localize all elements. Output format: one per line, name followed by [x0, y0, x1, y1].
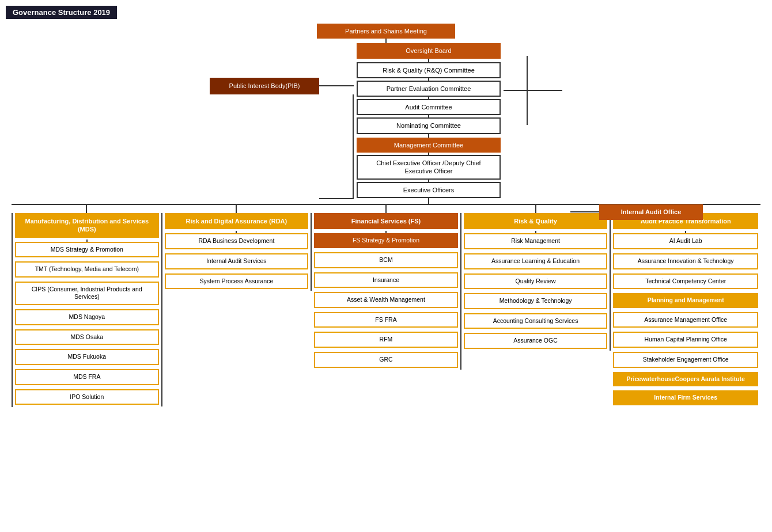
fs-item-5: RFM [314, 332, 458, 348]
mds-item-1: TMT (Technology, Media and Telecom) [15, 261, 159, 278]
mds-item-7: IPO Solution [15, 389, 159, 405]
nominating-committee-box: Nominating Committee [357, 117, 501, 134]
mds-item-4: MDS Osaka [15, 329, 159, 345]
rda-item-0: RDA Business Development [165, 233, 309, 249]
rq-item-0: Risk Management [464, 233, 608, 249]
mds-item-6: MDS FRA [15, 369, 159, 385]
rq-item-3: Methodology & Technology [464, 293, 608, 309]
management-committee-box: Management Committee [357, 138, 501, 153]
fs-header: Financial Services (FS) [314, 213, 458, 229]
apt-item-2: Technical Competency Center [613, 273, 758, 290]
fs-item-3: Asset & Wealth Management [314, 292, 458, 308]
column-rq: Risk & Quality Risk Management Assurance… [461, 213, 611, 351]
oversight-board-box: Oversight Board [357, 43, 501, 58]
mds-item-3: MDS Nagoya [15, 309, 159, 325]
apt-item-4: Assurance Management Office [613, 312, 758, 328]
rda-item-1: Internal Audit Services [165, 253, 309, 269]
mds-item-0: MDS Strategy & Promotion [15, 242, 159, 258]
audit-committee-box: Audit Committee [357, 99, 501, 115]
apt-item-3: Planning and Management [613, 293, 758, 308]
fs-item-6: GRC [314, 352, 458, 368]
rda-item-2: System Process Assurance [165, 273, 309, 290]
partners-meeting-box: Partners and Shains Meeting [317, 24, 455, 39]
pib-box: Public Interest Body(PIB) [210, 78, 319, 94]
rq-item-4: Accounting Consulting Services [464, 313, 608, 329]
apt-item-7: PricewaterhouseCoopers Aarata Institute [613, 372, 758, 387]
apt-item-0: AI Audit Lab [613, 233, 758, 249]
rda-header: Risk and Digital Assurance (RDA) [165, 213, 309, 229]
exec-officers-box: Executive Officers [357, 182, 501, 198]
rq-item-1: Assurance Learning & Education [464, 253, 608, 269]
fs-item-0: FS Strategy & Promotion [314, 233, 458, 248]
mds-item-2: CIPS (Consumer, Industrial Products and … [15, 282, 159, 305]
title-bar: Governance Structure 2019 [6, 6, 117, 19]
partner-eval-box: Partner Evaluation Committee [357, 81, 501, 97]
ceo-box: Chief Executive Officer /Deputy Chief Ex… [357, 155, 501, 180]
apt-item-6: Stakeholder Engagement Office [613, 352, 758, 368]
column-fs: Financial Services (FS) FS Strategy & Pr… [312, 213, 461, 370]
fs-item-1: BCM [314, 252, 458, 268]
apt-item-8: Internal Firm Services [613, 390, 758, 405]
apt-item-5: Human Capital Planning Office [613, 332, 758, 348]
rq-committee-box: Risk & Quality (R&Q) Committee [357, 62, 501, 78]
fs-item-2: Insurance [314, 272, 458, 288]
rq-item-2: Quality Review [464, 273, 608, 290]
column-mds: Manufacturing, Distribution and Services… [13, 213, 162, 406]
rq-item-5: Assurance OGC [464, 333, 608, 349]
internal-audit-office-box: Internal Audit Office [599, 204, 703, 219]
column-rda: Risk and Digital Assurance (RDA) RDA Bus… [162, 213, 312, 291]
column-apt: Audit Practice Transformation AI Audit L… [611, 213, 760, 407]
mds-item-5: MDS Fukuoka [15, 349, 159, 365]
fs-item-4: FS FRA [314, 312, 458, 328]
mds-header: Manufacturing, Distribution and Services… [15, 213, 159, 238]
apt-item-1: Assurance Innovation & Technology [613, 253, 758, 269]
